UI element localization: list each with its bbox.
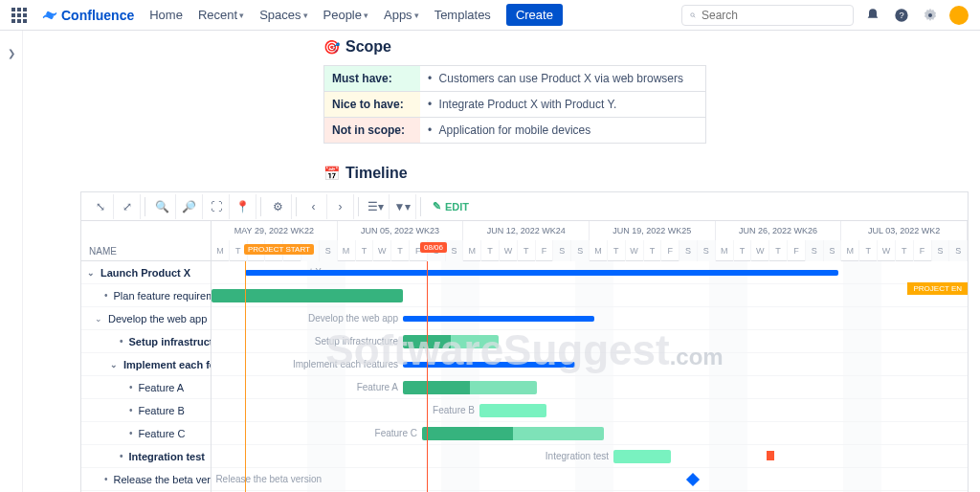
day-header: F [283, 240, 301, 261]
notifications-icon[interactable] [863, 6, 882, 25]
app-switcher-icon[interactable] [11, 8, 27, 23]
scope-label-nice: Nice to have: [324, 92, 420, 117]
settings-icon[interactable] [921, 6, 940, 25]
prev-button[interactable]: ‹ [301, 194, 327, 219]
day-header: T [356, 240, 374, 261]
task-row[interactable]: •Feature A [81, 376, 211, 399]
day-header: S [932, 240, 950, 261]
filter-button[interactable]: ▼▾ [390, 194, 416, 219]
name-header: NAME [81, 221, 211, 261]
gantt-bar[interactable] [212, 289, 403, 302]
caret-icon[interactable]: ⌄ [110, 360, 118, 369]
bullet-icon: • [129, 382, 133, 392]
expand-all-button[interactable]: ⤢ [114, 194, 141, 219]
project-end-marker: PROJECT EN [907, 282, 968, 295]
chart-row: Release the beta version [212, 468, 968, 491]
task-name: Setup infrastructure [129, 336, 211, 347]
search-box[interactable] [681, 5, 854, 26]
scope-label-must: Must have: [324, 66, 420, 91]
gantt-chart: ⤡ ⤢ 🔍 🔎 ⛶ 📍 ⚙ ‹ › ☰▾ ▼▾ ✎ EDIT [80, 191, 969, 492]
week-header: JUL 03, 2022 WK2 [841, 221, 968, 240]
task-row[interactable]: •Feature B [81, 399, 211, 422]
zoom-out-button[interactable]: 🔎 [176, 194, 203, 219]
nav-spaces[interactable]: Spaces▾ [259, 8, 307, 22]
gantt-bar[interactable] [403, 381, 537, 394]
chart-row: ments [212, 284, 968, 307]
task-name: Feature B [139, 405, 185, 416]
chart-row: Develop the web app [212, 307, 968, 330]
scope-value: Application for mobile devices [420, 118, 705, 143]
day-header: T [769, 240, 788, 261]
task-row[interactable]: •Integration test [81, 445, 211, 468]
chevron-right-icon: ❯ [8, 48, 15, 58]
day-header: S [553, 240, 571, 261]
gantt-bar[interactable] [403, 362, 575, 368]
svg-point-0 [691, 12, 695, 16]
day-header: S [698, 240, 716, 261]
nav-people[interactable]: People▾ [323, 8, 368, 22]
task-row[interactable]: •Release the beta version [81, 468, 211, 491]
search-input[interactable] [702, 9, 845, 22]
edit-button[interactable]: ✎ EDIT [425, 200, 477, 212]
day-header: M [716, 240, 734, 261]
task-name: Release the beta version [114, 474, 211, 485]
day-header: T [896, 240, 914, 261]
day-header: T [734, 240, 752, 261]
confluence-logo[interactable]: Confluence [42, 8, 134, 23]
day-header: T [265, 240, 283, 261]
gantt-bar[interactable] [403, 335, 499, 348]
task-row[interactable]: •Plan feature requirements [81, 284, 211, 307]
day-header: S [949, 240, 968, 261]
next-button[interactable]: › [327, 194, 354, 219]
task-row[interactable]: •Setup infrastructure [81, 330, 211, 353]
nav-templates[interactable]: Templates [434, 8, 491, 22]
nav-home[interactable]: Home [149, 8, 183, 22]
task-name: Feature A [139, 382, 185, 393]
gantt-bar[interactable] [479, 404, 546, 417]
week-header: JUN 26, 2022 WK26 [716, 221, 842, 240]
day-header: T [644, 240, 662, 261]
gantt-timeline[interactable]: MAY 29, 2022 WK22JUN 05, 2022 WK23JUN 12… [212, 221, 968, 492]
zoom-in-button[interactable]: 🔍 [149, 194, 176, 219]
task-row[interactable]: ⌄Develop the web app [81, 307, 211, 330]
day-header: M [463, 240, 481, 261]
day-header: S [806, 240, 824, 261]
expand-sidebar[interactable]: ❯ [0, 31, 23, 492]
day-header: W [248, 240, 266, 261]
day-header: F [410, 240, 428, 261]
target-icon: 🎯 [323, 39, 340, 55]
confluence-icon [42, 8, 57, 23]
svg-line-1 [694, 15, 696, 17]
task-name: Implement each features [123, 359, 211, 370]
task-row[interactable]: •Feature C [81, 422, 211, 445]
day-header: S [446, 240, 464, 261]
task-name: Develop the web app [108, 313, 207, 324]
create-button[interactable]: Create [506, 4, 563, 26]
day-header: F [788, 240, 806, 261]
week-header: JUN 12, 2022 WK24 [463, 221, 590, 240]
collapse-all-button[interactable]: ⤡ [87, 194, 114, 219]
caret-icon[interactable]: ⌄ [87, 268, 95, 278]
task-name: Feature C [139, 428, 186, 439]
gantt-bar[interactable] [613, 450, 671, 463]
gantt-bar[interactable] [245, 270, 838, 276]
task-row[interactable]: ⌄Launch Product X [81, 261, 211, 284]
help-icon[interactable]: ? [892, 6, 911, 25]
nav-recent[interactable]: Recent▾ [198, 8, 244, 22]
caret-icon[interactable]: ⌄ [95, 314, 102, 324]
bullet-icon: • [104, 474, 108, 484]
user-avatar[interactable] [949, 6, 969, 25]
fit-button[interactable]: ⛶ [203, 194, 230, 219]
day-header: S [301, 240, 320, 261]
gantt-bar[interactable] [422, 427, 604, 440]
chevron-down-icon: ▾ [364, 11, 368, 20]
gantt-bar[interactable] [403, 316, 594, 322]
milestone-icon[interactable] [686, 473, 700, 486]
nav-apps[interactable]: Apps▾ [384, 8, 419, 22]
chart-row: uct X [212, 261, 968, 284]
task-row[interactable]: ⌄Implement each features [81, 353, 211, 376]
timeline-heading: 📅 Timeline [323, 165, 980, 182]
goto-button[interactable]: 📍 [230, 194, 256, 219]
list-button[interactable]: ☰▾ [363, 194, 390, 219]
settings-button[interactable]: ⚙ [265, 194, 292, 219]
